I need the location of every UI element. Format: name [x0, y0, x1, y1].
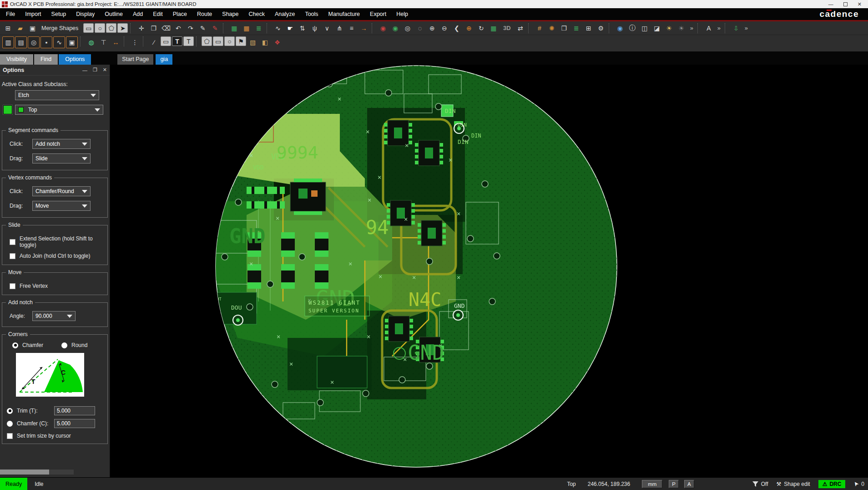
rect-draw-icon[interactable]: ▭	[161, 36, 171, 46]
tab-options[interactable]: Options	[59, 54, 91, 65]
reports-icon[interactable]: ⊞	[583, 22, 594, 34]
rect-shape-icon[interactable]: ▭	[213, 36, 223, 46]
probe-icon[interactable]: ⊤	[98, 36, 109, 48]
rats-all-icon[interactable]: ◉	[377, 22, 389, 34]
highlight-on-icon[interactable]: ☀	[663, 22, 675, 34]
highlight-select-icon[interactable]: ◍	[86, 36, 97, 48]
menu-item[interactable]: Manufacture	[323, 8, 365, 20]
p-button[interactable]: P	[669, 480, 679, 488]
vertex-click-dropdown[interactable]: Chamfer/Round	[32, 186, 91, 196]
chamfer-size-input[interactable]	[54, 419, 95, 428]
glue-icon[interactable]: ✎	[197, 22, 208, 34]
general-edit-icon[interactable]: ▣	[66, 36, 78, 48]
zoom-previous-icon[interactable]: ❮	[451, 22, 462, 34]
class-dropdown[interactable]: Etch	[15, 90, 99, 100]
panel-minimize-icon[interactable]: —	[82, 67, 87, 73]
zoom-in-icon[interactable]: ⊕	[426, 22, 438, 34]
undo-icon[interactable]: ↶	[172, 22, 184, 34]
chamfer-size-radio[interactable]	[7, 421, 13, 427]
rats-list-icon[interactable]: ◎	[402, 22, 413, 34]
auto-join-checkbox[interactable]	[10, 253, 15, 259]
move-icon[interactable]: ✛	[136, 22, 147, 34]
route-edit-icon[interactable]: ☛	[284, 22, 296, 34]
ellipse-shape-icon[interactable]: ○	[224, 36, 235, 46]
menu-item[interactable]: Route	[192, 8, 217, 20]
tab-gia[interactable]: gia	[156, 54, 172, 65]
route-fanout-icon[interactable]: ψ	[309, 22, 320, 34]
save-icon[interactable]: ▣	[27, 22, 38, 34]
menu-item[interactable]: Display	[71, 8, 100, 20]
point-mode-icon[interactable]: ▪	[40, 36, 52, 48]
color-dialog-icon[interactable]: ✺	[546, 22, 557, 34]
flip-design-icon[interactable]: ⇄	[515, 22, 526, 34]
drc-status-badge[interactable]: ⚠ DRC	[818, 480, 846, 488]
menu-item[interactable]: File	[1, 8, 20, 20]
more-icon[interactable]: »	[742, 22, 750, 34]
new-file-icon[interactable]: ⊞	[2, 22, 14, 34]
menu-item[interactable]: Check	[243, 8, 269, 20]
shape-select-icon[interactable]: ➤	[117, 23, 128, 33]
tab-start-page[interactable]: Start Page	[117, 54, 153, 65]
extend-selection-checkbox[interactable]	[10, 239, 15, 245]
zoom-out-icon[interactable]: ⊖	[439, 22, 450, 34]
panel-horizontal-scrollbar[interactable]	[0, 470, 74, 475]
rats-net-icon[interactable]: ◉	[389, 22, 401, 34]
scrollbar-thumb[interactable]	[0, 470, 49, 475]
color-swap-icon[interactable]: ❖	[272, 36, 283, 48]
zoom-points-icon[interactable]: ◌	[414, 22, 425, 34]
open-folder-icon[interactable]: ▰	[15, 22, 26, 34]
export-doc-icon[interactable]: ⇩	[730, 22, 742, 34]
route-auto-icon[interactable]: →	[358, 22, 369, 34]
grid-toggle-icon[interactable]: #	[534, 22, 545, 34]
route-spread-icon[interactable]: ⋔	[333, 22, 345, 34]
copy-icon[interactable]: ❐	[148, 22, 159, 34]
shape-polygon-icon[interactable]: ⬠	[106, 23, 116, 33]
vertex-drag-dropdown[interactable]: Move	[32, 201, 91, 211]
subclass-dropdown[interactable]: Top	[15, 105, 103, 115]
shape-rect-icon[interactable]: ▭	[83, 23, 94, 33]
stretch-icon[interactable]: ↔	[110, 36, 121, 48]
via-edit-icon[interactable]: ◎	[28, 36, 40, 48]
menu-item[interactable]: Setup	[46, 8, 71, 20]
chamfer-radio[interactable]	[12, 342, 18, 348]
shape-circle-icon[interactable]: ○	[95, 23, 105, 33]
menu-item[interactable]: Analyze	[270, 8, 300, 20]
close-button[interactable]: ✕	[858, 1, 862, 7]
delete-icon[interactable]: ⌫	[160, 22, 172, 34]
menu-item[interactable]: Place	[168, 8, 192, 20]
place-module-icon[interactable]: ▦	[228, 22, 240, 34]
highlight-off-icon[interactable]: ☀	[676, 22, 687, 34]
menu-item[interactable]: Add	[128, 8, 148, 20]
line-draw-icon[interactable]: ∕	[148, 36, 160, 48]
tab-visibility[interactable]: Visibility	[0, 54, 33, 65]
text-dark-icon[interactable]: T	[172, 36, 182, 46]
menu-item[interactable]: Help	[391, 8, 413, 20]
menu-item[interactable]: Tools	[300, 8, 323, 20]
route-connect-icon[interactable]: ∿	[272, 22, 283, 34]
route-slope-icon[interactable]: ∨	[321, 22, 333, 34]
set-trim-by-cursor-checkbox[interactable]	[7, 433, 13, 439]
free-vertex-checkbox[interactable]	[10, 283, 15, 289]
pin-edit-icon[interactable]: ▥	[2, 36, 14, 48]
menu-item[interactable]: Shape	[217, 8, 243, 20]
doc-info-icon[interactable]: ⓘ	[626, 22, 638, 34]
trim-radio[interactable]	[7, 408, 13, 414]
a-button[interactable]: A	[684, 480, 694, 488]
segment-click-dropdown[interactable]: Add notch	[32, 139, 91, 149]
application-mode[interactable]: ⚒ Shape edit	[776, 481, 810, 487]
poly-shape-icon[interactable]: ⬠	[202, 36, 212, 46]
filter-toggle[interactable]: Off	[752, 481, 768, 487]
place-pins-icon[interactable]: ≣	[253, 22, 264, 34]
panel-float-icon[interactable]: ❐	[93, 67, 97, 73]
round-radio[interactable]	[61, 342, 67, 348]
fanout-dots-icon[interactable]: ⋮	[129, 36, 141, 48]
more-icon[interactable]: »	[688, 22, 695, 34]
visibility-eye-icon[interactable]: ◉	[614, 22, 626, 34]
view-3d-button[interactable]: 3D	[500, 22, 514, 34]
net-mode-icon[interactable]: ∿	[53, 36, 65, 48]
layers-align-icon[interactable]: ≡	[346, 22, 357, 34]
segment-drag-dropdown[interactable]: Slide	[32, 153, 91, 163]
menu-item[interactable]: Export	[365, 8, 391, 20]
more-icon[interactable]: »	[715, 22, 722, 34]
shade-mode-icon[interactable]: ◪	[651, 22, 662, 34]
